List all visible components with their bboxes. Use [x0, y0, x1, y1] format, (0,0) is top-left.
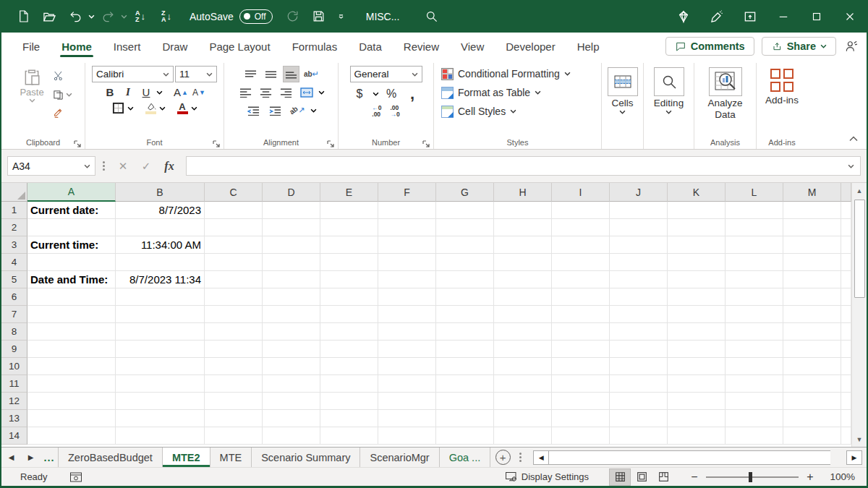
cell-K13[interactable] — [668, 410, 726, 427]
ribbon-tab-draw[interactable]: Draw — [151, 33, 198, 60]
cell-A11[interactable] — [27, 375, 116, 393]
ribbon-tab-insert[interactable]: Insert — [103, 33, 152, 60]
copy-button[interactable] — [53, 88, 72, 101]
cell-I11[interactable] — [552, 375, 610, 393]
cell-B5[interactable]: 8/7/2023 11:34 — [116, 271, 205, 288]
row-header-14[interactable]: 14 — [1, 427, 27, 445]
sheet-tab-scenario-summary[interactable]: Scenario Summary — [252, 448, 360, 467]
cell-L6[interactable] — [726, 288, 783, 306]
cell-I14[interactable] — [552, 427, 610, 445]
accounting-dropdown-icon[interactable] — [373, 92, 379, 96]
cell-A8[interactable] — [27, 323, 116, 341]
cell-styles-button[interactable]: Cell Styles — [441, 102, 516, 121]
customize-qat-icon[interactable] — [338, 14, 344, 19]
sort-az-icon[interactable]: AZ↓ — [127, 4, 153, 29]
view-normal-button[interactable] — [609, 468, 631, 486]
people-icon[interactable] — [836, 39, 867, 53]
row-header-10[interactable]: 10 — [1, 358, 27, 375]
new-sheet-button[interactable]: + — [490, 448, 515, 467]
row-header-13[interactable]: 13 — [1, 410, 27, 427]
cell-C5[interactable] — [205, 271, 263, 288]
cell-I4[interactable] — [552, 254, 610, 271]
cell-L7[interactable] — [726, 306, 783, 323]
cell-H9[interactable] — [494, 341, 552, 358]
cell-L4[interactable] — [726, 254, 783, 271]
decrease-decimal-button[interactable]: .00→0 — [391, 105, 400, 117]
column-header-J[interactable]: J — [610, 183, 668, 202]
cell-H5[interactable] — [494, 271, 552, 288]
cell-M9[interactable] — [783, 341, 841, 358]
cell-G8[interactable] — [436, 323, 494, 341]
format-as-table-button[interactable]: Format as Table — [441, 83, 541, 102]
cell-K1[interactable] — [668, 202, 726, 219]
cell-B13[interactable] — [116, 410, 205, 427]
row-header-2[interactable]: 2 — [1, 219, 27, 236]
cell-I10[interactable] — [552, 358, 610, 375]
cell-partial-1[interactable] — [841, 202, 851, 219]
cell-G2[interactable] — [436, 219, 494, 236]
column-header-F[interactable]: F — [378, 183, 436, 202]
cell-K2[interactable] — [668, 219, 726, 236]
cell-D1[interactable] — [263, 202, 320, 219]
cell-L9[interactable] — [726, 341, 783, 358]
vertical-scroll-thumb[interactable] — [854, 200, 865, 298]
cell-B9[interactable] — [116, 341, 205, 358]
undo-dropdown-icon[interactable] — [88, 14, 95, 19]
cell-B12[interactable] — [116, 393, 205, 410]
ribbon-tab-home[interactable]: Home — [51, 33, 103, 60]
wrap-text-button[interactable]: ab↵ — [303, 66, 320, 82]
cell-I5[interactable] — [552, 271, 610, 288]
cell-H3[interactable] — [494, 236, 552, 254]
cell-partial-13[interactable] — [841, 410, 851, 427]
column-header-K[interactable]: K — [668, 183, 726, 202]
cell-J9[interactable] — [610, 341, 668, 358]
row-header-4[interactable]: 4 — [1, 254, 27, 271]
new-file-icon[interactable] — [10, 4, 36, 29]
cell-K4[interactable] — [668, 254, 726, 271]
cell-K3[interactable] — [668, 236, 726, 254]
underline-button[interactable]: U — [138, 84, 155, 100]
horizontal-scroll-thumb[interactable] — [549, 450, 830, 465]
cell-C12[interactable] — [205, 393, 263, 410]
cell-J14[interactable] — [610, 427, 668, 445]
cell-M2[interactable] — [783, 219, 841, 236]
cell-J10[interactable] — [610, 358, 668, 375]
cell-I2[interactable] — [552, 219, 610, 236]
cell-C11[interactable] — [205, 375, 263, 393]
view-page-break-button[interactable] — [652, 468, 674, 486]
cell-C7[interactable] — [205, 306, 263, 323]
cell-I3[interactable] — [552, 236, 610, 254]
align-bottom-button[interactable] — [283, 66, 299, 82]
cut-button[interactable] — [53, 69, 72, 82]
cell-M1[interactable] — [783, 202, 841, 219]
cell-F10[interactable] — [378, 358, 436, 375]
increase-decimal-button[interactable]: ←0.00 — [372, 105, 381, 117]
cell-A5[interactable]: Date and Time: — [27, 271, 116, 288]
cell-F12[interactable] — [378, 393, 436, 410]
cell-G1[interactable] — [436, 202, 494, 219]
cell-L13[interactable] — [726, 410, 783, 427]
cell-H12[interactable] — [494, 393, 552, 410]
column-header-A[interactable]: A — [27, 183, 116, 202]
ribbon-tab-page-layout[interactable]: Page Layout — [198, 33, 281, 60]
cell-J6[interactable] — [610, 288, 668, 306]
addins-button[interactable]: Add-ins — [765, 64, 799, 106]
cell-J2[interactable] — [610, 219, 668, 236]
column-header-M[interactable]: M — [783, 183, 841, 202]
cell-M10[interactable] — [783, 358, 841, 375]
cell-H6[interactable] — [494, 288, 552, 306]
cell-G12[interactable] — [436, 393, 494, 410]
open-folder-icon[interactable] — [36, 4, 62, 29]
cell-E9[interactable] — [320, 341, 378, 358]
ribbon-tab-help[interactable]: Help — [566, 33, 610, 60]
cell-K5[interactable] — [668, 271, 726, 288]
name-box[interactable]: A34 — [7, 156, 95, 176]
cell-D9[interactable] — [263, 341, 320, 358]
cell-B2[interactable] — [116, 219, 205, 236]
cell-A13[interactable] — [27, 410, 116, 427]
decrease-indent-button[interactable] — [245, 102, 262, 119]
fill-color-dropdown-icon[interactable] — [159, 106, 166, 111]
cell-J1[interactable] — [610, 202, 668, 219]
increase-font-button[interactable]: A▲ — [173, 84, 190, 100]
cell-partial-12[interactable] — [841, 393, 851, 410]
